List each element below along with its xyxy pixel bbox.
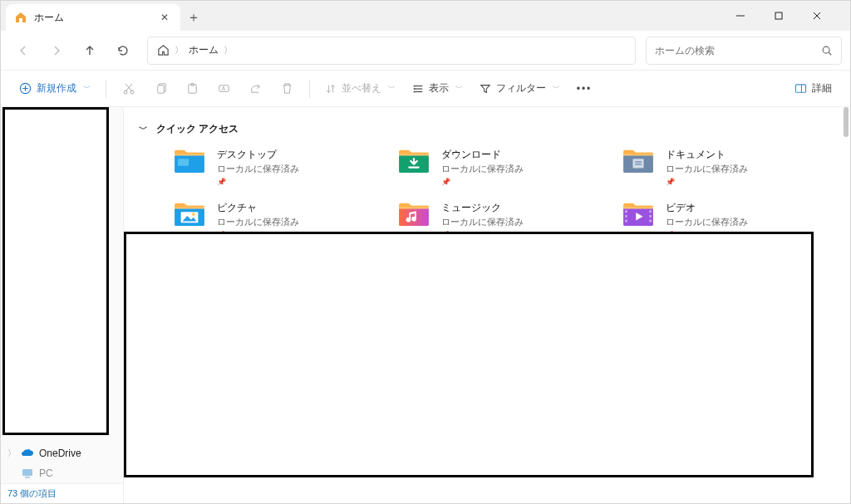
body: 〉 OneDrive PC 73 個の項目 ﹀ クイック アクセス デスクトップ…: [1, 107, 850, 503]
chevron-down-icon: ﹀: [139, 123, 148, 135]
item-subtitle: ローカルに保存済み: [441, 216, 524, 228]
section-header-quick-access[interactable]: ﹀ クイック アクセス: [139, 122, 835, 136]
chevron-down-icon: ﹀: [455, 83, 463, 94]
tab-home[interactable]: ホーム ✕: [6, 4, 180, 31]
svg-rect-24: [795, 85, 805, 92]
scrollbar[interactable]: [844, 107, 849, 137]
svg-point-23: [414, 91, 416, 92]
chevron-down-icon: ﹀: [388, 83, 396, 94]
search-box[interactable]: [646, 37, 842, 65]
content-area: ﹀ クイック アクセス デスクトップローカルに保存済み📌ダウンロードローカルに保…: [124, 107, 850, 503]
tab-close-icon[interactable]: ✕: [157, 8, 172, 27]
forward-button[interactable]: [42, 37, 71, 65]
close-window-button[interactable]: [812, 1, 850, 31]
item-name: ドキュメント: [666, 148, 748, 162]
item-subtitle: ローカルに保存済み: [441, 163, 524, 175]
view-label: 表示: [429, 81, 449, 95]
item-name: ダウンロード: [441, 148, 524, 162]
item-name: デスクトップ: [217, 148, 299, 162]
quick-access-item[interactable]: デスクトップローカルに保存済み📌: [172, 148, 386, 186]
rename-button[interactable]: A: [209, 76, 238, 101]
item-subtitle: ローカルに保存済み: [217, 216, 299, 228]
refresh-button[interactable]: [109, 37, 137, 65]
new-button-label: 新規作成: [37, 81, 76, 95]
item-name: ビデオ: [666, 201, 748, 215]
minimize-button[interactable]: [735, 1, 774, 31]
plus-circle-icon: [19, 82, 32, 95]
paste-icon: [186, 82, 199, 95]
view-icon: [412, 83, 424, 95]
home-icon: [14, 11, 27, 24]
svg-point-22: [414, 88, 416, 90]
up-button[interactable]: [76, 37, 104, 65]
sidebar-item-onedrive[interactable]: 〉 OneDrive: [1, 443, 123, 463]
pc-icon: [21, 467, 34, 480]
pin-icon: 📌: [217, 178, 299, 186]
quick-access-item[interactable]: ドキュメントローカルに保存済み📌: [621, 148, 835, 186]
sidebar-item-pc[interactable]: PC: [1, 463, 123, 483]
navigation-bar: 〉 ホーム 〉: [1, 31, 850, 71]
sort-button[interactable]: 並べ替え ﹀: [318, 76, 402, 101]
item-name: ピクチャ: [217, 201, 299, 215]
sidebar-item-label: PC: [39, 467, 53, 479]
paste-button[interactable]: [178, 76, 206, 101]
search-input[interactable]: [655, 45, 821, 56]
svg-rect-38: [649, 215, 652, 218]
copy-icon: [155, 82, 167, 95]
maximize-button[interactable]: [774, 1, 812, 31]
onedrive-icon: [21, 447, 34, 460]
svg-point-4: [823, 46, 829, 53]
details-pane-button[interactable]: 詳細: [788, 76, 839, 101]
view-button[interactable]: 表示 ﹀: [406, 76, 470, 101]
item-name: ミュージック: [441, 201, 524, 215]
ellipsis-icon: •••: [577, 83, 593, 95]
redaction-box: [124, 232, 814, 477]
quick-access-grid: デスクトップローカルに保存済み📌ダウンロードローカルに保存済み📌ドキュメントロー…: [139, 148, 835, 239]
breadcrumb-home-icon[interactable]: [151, 44, 175, 56]
new-button[interactable]: 新規作成 ﹀: [12, 76, 97, 101]
svg-rect-34: [625, 210, 627, 213]
chevron-right-icon: 〉: [224, 44, 233, 56]
svg-line-5: [829, 52, 831, 55]
item-subtitle: ローカルに保存済み: [666, 216, 748, 228]
share-icon: [249, 82, 262, 95]
filter-button[interactable]: フィルター ﹀: [473, 76, 567, 101]
sort-label: 並べ替え: [342, 81, 381, 95]
cut-button[interactable]: [115, 76, 143, 101]
pin-icon: 📌: [666, 178, 748, 186]
chevron-right-icon: 〉: [175, 44, 184, 56]
back-button[interactable]: [9, 37, 37, 65]
svg-rect-26: [22, 469, 32, 476]
svg-rect-35: [625, 215, 627, 218]
svg-text:A: A: [221, 86, 225, 91]
quick-access-item[interactable]: ダウンロードローカルに保存済み📌: [396, 148, 611, 186]
chevron-down-icon: ﹀: [83, 83, 91, 94]
tab-title: ホーム: [34, 11, 64, 25]
svg-point-33: [192, 213, 195, 216]
breadcrumb-current[interactable]: ホーム: [184, 43, 224, 57]
rename-icon: A: [218, 82, 230, 95]
copy-button[interactable]: [146, 76, 175, 101]
svg-rect-1: [775, 12, 782, 19]
sort-icon: [325, 83, 337, 95]
address-bar[interactable]: 〉 ホーム 〉: [147, 37, 636, 65]
item-count: 73 個の項目: [7, 488, 57, 498]
details-label: 詳細: [812, 81, 832, 95]
title-bar: ホーム ✕ ＋: [1, 1, 850, 31]
redaction-box: [2, 107, 109, 435]
share-button[interactable]: [241, 76, 269, 101]
details-pane-icon: [794, 82, 807, 95]
chevron-right-icon: 〉: [7, 448, 16, 459]
more-button[interactable]: •••: [570, 76, 598, 101]
trash-icon: [281, 82, 293, 95]
delete-button[interactable]: [273, 76, 301, 101]
sidebar-item-label: OneDrive: [39, 448, 81, 459]
search-icon[interactable]: [821, 45, 833, 56]
cut-icon: [122, 82, 135, 95]
item-subtitle: ローカルに保存済み: [666, 163, 748, 175]
filter-label: フィルター: [496, 81, 546, 95]
new-tab-button[interactable]: ＋: [180, 4, 207, 31]
navigation-pane: 〉 OneDrive PC 73 個の項目: [1, 107, 124, 503]
section-title: クイック アクセス: [156, 122, 239, 136]
command-bar: 新規作成 ﹀ A 並べ替え ﹀ 表示 ﹀ フィルター ﹀ ••• 詳細: [1, 71, 850, 107]
